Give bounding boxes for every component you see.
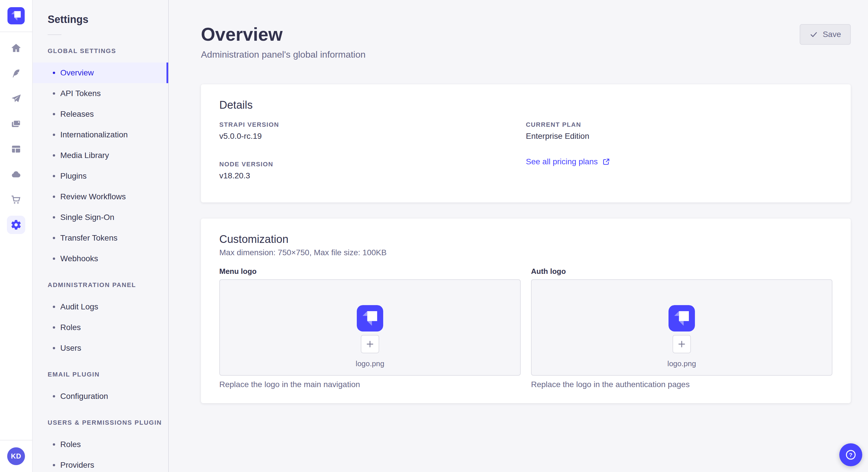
home-icon[interactable] <box>0 36 32 61</box>
settings-nav-item-single-sign-on[interactable]: Single Sign-On <box>33 207 168 228</box>
nav-section-label: ADMINISTRATION PANEL <box>33 281 168 289</box>
bullet-icon <box>53 395 55 398</box>
cloud-icon[interactable] <box>0 162 32 187</box>
bullet-icon <box>53 464 55 466</box>
settings-nav-item-api-tokens[interactable]: API Tokens <box>33 83 168 104</box>
svg-text:?: ? <box>849 452 852 458</box>
node-version-field: NODE VERSION v18.20.3 <box>219 161 526 181</box>
nav-item-label: Roles <box>60 323 81 332</box>
details-right-column: CURRENT PLAN Enterprise Edition See all … <box>526 121 832 189</box>
nav-item-label: Roles <box>60 440 81 449</box>
settings-nav-item-plugins[interactable]: Plugins <box>33 166 168 187</box>
settings-nav-item-transfer-tokens[interactable]: Transfer Tokens <box>33 228 168 248</box>
cloud-icon-graphic <box>10 169 22 180</box>
nav-item-label: Users <box>60 343 81 353</box>
bullet-icon <box>53 216 55 218</box>
send-icon[interactable] <box>0 86 32 111</box>
customization-grid: Menu logo logo.png Replace the logo in t… <box>219 267 832 390</box>
details-left-column: STRAPI VERSION v5.0.0-rc.19 NODE VERSION… <box>219 121 526 189</box>
auth-logo-label: Auth logo <box>531 267 832 276</box>
page-header: Overview Administration panel's global i… <box>201 24 851 60</box>
settings-nav-item-overview[interactable]: Overview <box>33 63 168 83</box>
bullet-icon <box>53 175 55 177</box>
settings-nav-item-up-providers[interactable]: Providers <box>33 455 168 472</box>
details-grid: STRAPI VERSION v5.0.0-rc.19 NODE VERSION… <box>219 121 832 189</box>
main-content: Overview Administration panel's global i… <box>169 0 868 472</box>
bullet-icon <box>53 258 55 260</box>
auth-logo-caption: Replace the logo in the authentication p… <box>531 380 832 390</box>
bullet-icon <box>53 326 55 329</box>
menu-logo-field: Menu logo logo.png Replace the logo in t… <box>219 267 521 390</box>
nav-section-email-plugin: EMAIL PLUGIN Configuration <box>33 371 168 407</box>
user-avatar[interactable]: KD <box>7 447 25 465</box>
bullet-icon <box>53 237 55 239</box>
strapi-logo <box>669 305 695 332</box>
feather-icon[interactable] <box>0 61 32 86</box>
add-auth-logo-button[interactable] <box>673 335 691 353</box>
nav-section-administration-panel: ADMINISTRATION PANEL Audit Logs Roles Us… <box>33 281 168 359</box>
media-library-icon[interactable] <box>0 111 32 136</box>
settings-active-highlight <box>7 216 25 234</box>
settings-nav-item-internationalization[interactable]: Internationalization <box>33 125 168 145</box>
menu-logo-box: logo.png <box>219 279 521 376</box>
gear-icon-graphic <box>10 219 22 231</box>
help-button[interactable]: ? <box>839 443 862 466</box>
settings-nav-item-media-library[interactable]: Media Library <box>33 145 168 166</box>
strapi-logo[interactable] <box>0 0 32 32</box>
current-plan-field: CURRENT PLAN Enterprise Edition <box>526 121 832 141</box>
nav-section-label: EMAIL PLUGIN <box>33 371 168 378</box>
bullet-icon <box>53 134 55 136</box>
plus-icon <box>677 339 687 349</box>
save-button[interactable]: Save <box>800 24 851 45</box>
plus-icon <box>365 339 375 349</box>
strapi-version-field: STRAPI VERSION v5.0.0-rc.19 <box>219 121 526 141</box>
settings-nav-divider <box>48 34 61 35</box>
save-button-label: Save <box>823 30 841 39</box>
settings-nav-item-review-workflows[interactable]: Review Workflows <box>33 187 168 207</box>
nav-item-label: Review Workflows <box>60 192 126 201</box>
menu-logo-label: Menu logo <box>219 267 521 276</box>
external-link-icon <box>602 158 610 165</box>
customization-subheading: Max dimension: 750×750, Max file size: 1… <box>219 248 832 258</box>
nav-item-label: Audit Logs <box>60 302 98 311</box>
settings-nav-item-up-roles[interactable]: Roles <box>33 434 168 455</box>
sidebar-icon-list <box>0 36 32 237</box>
bullet-icon <box>53 92 55 95</box>
settings-gear-icon[interactable] <box>0 212 32 237</box>
send-icon-graphic <box>10 93 22 104</box>
settings-nav-item-audit-logs[interactable]: Audit Logs <box>33 297 168 317</box>
nav-item-label: Webhooks <box>60 254 98 263</box>
nav-section-label: GLOBAL SETTINGS <box>33 47 168 55</box>
nav-item-label: Transfer Tokens <box>60 233 117 243</box>
settings-nav-item-admin-users[interactable]: Users <box>33 338 168 359</box>
current-plan-label: CURRENT PLAN <box>526 121 832 129</box>
content-type-builder-icon[interactable] <box>0 136 32 162</box>
add-menu-logo-button[interactable] <box>361 335 379 353</box>
strapi-version-value: v5.0.0-rc.19 <box>219 131 526 141</box>
settings-nav-item-admin-roles[interactable]: Roles <box>33 317 168 338</box>
nav-section-users-permissions-plugin: USERS & PERMISSIONS PLUGIN Roles Provide… <box>33 419 168 472</box>
nav-item-label: Overview <box>60 68 94 77</box>
pricing-plans-link[interactable]: See all pricing plans <box>526 157 610 166</box>
nav-item-label: Releases <box>60 109 94 119</box>
nav-item-label: Providers <box>60 461 94 470</box>
nav-item-label: Configuration <box>60 392 108 401</box>
marketplace-cart-icon[interactable] <box>0 187 32 212</box>
nav-item-label: API Tokens <box>60 89 101 98</box>
page-subtitle: Administration panel's global informatio… <box>201 49 366 60</box>
node-version-label: NODE VERSION <box>219 161 526 168</box>
nav-item-label: Internationalization <box>60 130 128 139</box>
main-icon-sidebar: KD <box>0 0 33 472</box>
check-icon <box>809 30 818 39</box>
strapi-logo <box>357 305 383 332</box>
settings-nav-item-releases[interactable]: Releases <box>33 104 168 125</box>
settings-sub-nav: Settings GLOBAL SETTINGS Overview API To… <box>33 0 169 472</box>
page-title: Overview <box>201 24 366 45</box>
nav-item-label: Media Library <box>60 151 109 160</box>
page-header-text: Overview Administration panel's global i… <box>201 24 366 60</box>
settings-nav-item-webhooks[interactable]: Webhooks <box>33 248 168 269</box>
nav-item-label: Single Sign-On <box>60 213 114 222</box>
marketplace-cart-icon-graphic <box>10 194 22 205</box>
settings-nav-item-email-configuration[interactable]: Configuration <box>33 386 168 407</box>
details-card: Details STRAPI VERSION v5.0.0-rc.19 NODE… <box>201 84 851 202</box>
